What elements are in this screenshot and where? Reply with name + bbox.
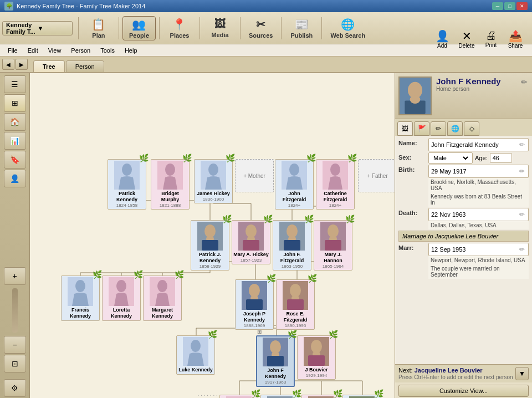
- close-button[interactable]: ✕: [516, 2, 528, 10]
- card-inner-john_fitzgerald[interactable]: John Fitzgerald1824+: [275, 159, 314, 210]
- right-btn-delete[interactable]: ✕Delete: [454, 27, 479, 51]
- detail-tab-globe[interactable]: 🌐: [447, 121, 463, 136]
- sidebar-btn-fit[interactable]: ⊡: [4, 355, 26, 373]
- sex-select[interactable]: Male Female: [431, 154, 470, 162]
- minimize-button[interactable]: ─: [492, 2, 503, 10]
- person-card-mary_a_hickey[interactable]: 🌿Mary A. Hickey1857-1923: [232, 220, 270, 264]
- death-date-value[interactable]: 22 Nov 1963 ✏: [428, 208, 529, 221]
- menu-item-view[interactable]: View: [44, 46, 66, 55]
- header-edit-icon[interactable]: ✏: [521, 78, 528, 86]
- toolbar-btn-media[interactable]: 🖼Media: [203, 16, 237, 40]
- tab-person[interactable]: Person: [66, 60, 104, 72]
- person-card-luke_kennedy[interactable]: 🌿Luke Kennedy: [176, 335, 215, 375]
- person-card-caroline_kennedy[interactable]: 🌿Caroline Kennedy1957-: [219, 395, 258, 398]
- person-card-john_fitzgerald[interactable]: 🌿John Fitzgerald1824+: [275, 159, 314, 210]
- person-card-margaret_kennedy[interactable]: 🌿Margaret Kennedy: [143, 275, 182, 321]
- card-inner-loretta_kennedy[interactable]: Loretta Kennedy: [102, 275, 141, 321]
- detail-tab-photo[interactable]: 🖼: [397, 121, 413, 136]
- person-card-patrick_kennedy[interactable]: 🌿Patrick Kennedy1824-1858: [108, 159, 146, 210]
- card-inner-catherine_fitzgerald[interactable]: Catherine Fitzgerald1824+: [316, 159, 355, 210]
- sidebar-btn-list[interactable]: ☰: [4, 75, 26, 93]
- card-inner-james_hickey[interactable]: James Hickey1836-1900: [194, 159, 233, 203]
- person-card-rose_e_fitzgerald[interactable]: 🌿Rose E. Fitzgerald1890-1995: [276, 279, 315, 330]
- sidebar-btn-person[interactable]: 👤: [4, 170, 26, 187]
- card-inner-joseph_p_kennedy[interactable]: Joseph P Kennedy1888-1969: [235, 279, 274, 330]
- sidebar-btn-bookmark[interactable]: 🔖: [4, 151, 26, 169]
- person-card-j_bouvier[interactable]: 🌿J Bouvier1929-1994: [297, 335, 336, 380]
- birth-edit-btn[interactable]: ✏: [518, 166, 526, 176]
- age-value[interactable]: 46: [490, 153, 512, 163]
- card-inner-luke_kennedy[interactable]: Luke Kennedy: [176, 335, 215, 375]
- detail-tab-tag[interactable]: ◇: [464, 121, 479, 136]
- sex-value[interactable]: Male Female: [428, 152, 473, 164]
- marr-edit-btn[interactable]: ✏: [518, 244, 526, 254]
- person-card-add_mother[interactable]: + Mother: [235, 159, 274, 192]
- person-card-patrick_b_kennedy[interactable]: 🌿Patrick B Kennedy1963-1963: [342, 395, 381, 398]
- card-inner-add_father[interactable]: + Father: [358, 159, 395, 192]
- card-inner-patrick_kennedy[interactable]: Patrick Kennedy1824-1858: [108, 159, 146, 210]
- right-btn-add[interactable]: 👤Add: [430, 27, 454, 51]
- toolbar-btn-plan[interactable]: 📋Plan: [82, 16, 115, 40]
- sidebar-btn-plus[interactable]: +: [4, 267, 26, 285]
- menu-item-help[interactable]: Help: [120, 46, 142, 55]
- person-card-james_hickey[interactable]: 🌿James Hickey1836-1900: [194, 159, 233, 203]
- tab-tree[interactable]: Tree: [33, 60, 65, 72]
- toolbar-btn-publish[interactable]: 📰Publish: [285, 16, 318, 40]
- card-inner-bridget_murphy[interactable]: Bridget Murphy1821-1888: [151, 159, 190, 210]
- maximize-button[interactable]: □: [504, 2, 515, 10]
- menu-item-tools[interactable]: Tools: [96, 46, 119, 55]
- zoom-slider[interactable]: [12, 288, 18, 333]
- card-inner-john_f_kennedy[interactable]: John F Kennedy1917-1963: [256, 335, 295, 387]
- card-inner-add_mother[interactable]: + Mother: [235, 159, 274, 192]
- card-inner-patrick_j_kennedy[interactable]: Patrick J. Kennedy1858-1929: [191, 220, 229, 271]
- sidebar-btn-chart[interactable]: 📊: [4, 132, 26, 150]
- card-inner-rose_e_fitzgerald[interactable]: Rose E. Fitzgerald1890-1995: [276, 279, 315, 330]
- card-inner-margaret_kennedy[interactable]: Margaret Kennedy: [143, 275, 182, 321]
- right-btn-print[interactable]: 🖨Print: [479, 27, 503, 51]
- toolbar-btn-people[interactable]: 👥People: [122, 16, 156, 40]
- name-edit-btn[interactable]: ✏: [518, 140, 526, 150]
- next-arrow-button[interactable]: ▼: [515, 367, 529, 380]
- customize-view-button[interactable]: Customize View...: [398, 385, 529, 397]
- person-card-john_f_kennedy_jr[interactable]: 🌿John F. Kennedy1960-1999: [260, 395, 299, 398]
- person-card-loretta_kennedy[interactable]: 🌿Loretta Kennedy: [102, 275, 141, 321]
- birth-date-value[interactable]: 29 May 1917 ✏: [428, 165, 529, 178]
- menu-item-edit[interactable]: Edit: [23, 46, 43, 55]
- right-btn-share[interactable]: 📤Share: [503, 27, 528, 51]
- marr-date-value[interactable]: 12 Sep 1953 ✏: [428, 243, 529, 256]
- detail-tab-edit[interactable]: ✏: [431, 121, 446, 136]
- card-inner-francis_kennedy[interactable]: Francis Kennedy: [61, 275, 100, 321]
- card-inner-mary_j_hannon[interactable]: Mary J. Hannon1865-1964: [314, 220, 352, 271]
- person-card-bridget_murphy[interactable]: 🌿Bridget Murphy1821-1888: [151, 159, 190, 210]
- person-card-mary_j_hannon[interactable]: 🌿Mary J. Hannon1865-1964: [314, 220, 352, 271]
- sidebar-btn-settings[interactable]: ⚙: [4, 379, 26, 397]
- toolbar-btn-web_search[interactable]: 🌐Web Search: [325, 16, 370, 40]
- toolbar-btn-sources[interactable]: ✂Sources: [244, 16, 278, 40]
- person-card-john_f_kennedy[interactable]: 🌿John F Kennedy1917-1963⊞: [256, 335, 295, 387]
- person-card-patrick_j_kennedy[interactable]: 🌿Patrick J. Kennedy1858-1929: [191, 220, 229, 271]
- next-person-name[interactable]: Jacqueline Lee Bouvier: [415, 367, 483, 374]
- person-card-john_f_fitzgerald[interactable]: 🌿John F. Fitzgerald1863-1950: [273, 220, 311, 271]
- person-card-carolyn_bessette[interactable]: 🌿Carolyn Bessette1966-1999: [301, 395, 340, 398]
- tree-canvas[interactable]: 🌿Patrick Kennedy1824-1858🌿Bridget Murphy…: [30, 73, 395, 398]
- menu-item-file[interactable]: File: [3, 46, 22, 55]
- death-edit-btn[interactable]: ✏: [518, 210, 526, 220]
- menu-item-person[interactable]: Person: [66, 46, 95, 55]
- person-card-catherine_fitzgerald[interactable]: 🌿Catherine Fitzgerald1824+: [316, 159, 355, 210]
- person-card-joseph_p_kennedy[interactable]: 🌿Joseph P Kennedy1888-1969: [235, 279, 274, 330]
- card-inner-j_bouvier[interactable]: J Bouvier1929-1994: [297, 335, 336, 380]
- person-card-francis_kennedy[interactable]: 🌿Francis Kennedy: [61, 275, 100, 321]
- card-inner-john_f_fitzgerald[interactable]: John F. Fitzgerald1863-1950: [273, 220, 311, 271]
- toolbar-btn-places[interactable]: 📍Places: [163, 16, 196, 40]
- sidebar-btn-minus[interactable]: −: [4, 336, 26, 354]
- person-card-add_father[interactable]: + Father: [358, 159, 395, 192]
- sidebar-btn-expand[interactable]: ⊞: [4, 94, 26, 112]
- sources-icon: ✂: [256, 18, 265, 31]
- name-value[interactable]: John Fitzgerald Kennedy ✏: [428, 138, 529, 151]
- back-button[interactable]: ◀: [2, 59, 14, 70]
- detail-tab-flag[interactable]: 🚩: [414, 121, 429, 136]
- sidebar-btn-home[interactable]: 🏠: [4, 113, 26, 131]
- forward-button[interactable]: ▶: [16, 59, 28, 70]
- card-inner-mary_a_hickey[interactable]: Mary A. Hickey1857-1923: [232, 220, 270, 264]
- family-dropdown[interactable]: Kennedy Family T... ▼: [2, 21, 73, 35]
